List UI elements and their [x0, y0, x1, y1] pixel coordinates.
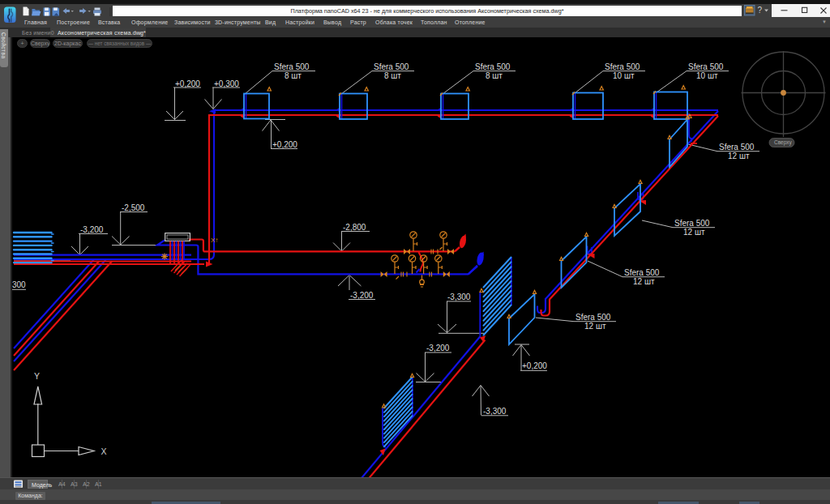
- svg-text:8 шт: 8 шт: [486, 71, 503, 80]
- svg-text:Y: Y: [34, 371, 40, 381]
- svg-text:-2,500: -2,500: [122, 203, 145, 212]
- svg-text:-2,800: -2,800: [343, 223, 366, 232]
- svg-text:Sfera 500: Sfera 500: [274, 62, 310, 71]
- svg-text:Sfera 500: Sfera 500: [475, 62, 511, 71]
- svg-text:-3,200: -3,200: [426, 344, 450, 352]
- svg-text:Sfera 500: Sfera 500: [374, 62, 409, 71]
- svg-text:12 шт: 12 шт: [633, 277, 655, 286]
- svg-text:10 шт: 10 шт: [613, 71, 635, 80]
- svg-text:Sfera 500: Sfera 500: [674, 219, 710, 228]
- svg-text:-3,300: -3,300: [483, 407, 507, 416]
- svg-text:12 шт: 12 шт: [683, 228, 705, 237]
- svg-text:8 шт: 8 шт: [384, 71, 401, 80]
- svg-text:X: X: [101, 446, 107, 456]
- svg-text:-3,200: -3,200: [350, 291, 374, 300]
- svg-text:?: ?: [758, 6, 763, 15]
- svg-text:Sfera 500: Sfera 500: [719, 143, 755, 152]
- svg-text:12 шт: 12 шт: [584, 322, 606, 331]
- svg-text:Sfera 500: Sfera 500: [605, 62, 640, 71]
- svg-text:+0,300: +0,300: [214, 79, 239, 88]
- svg-text:-3,300: -3,300: [447, 293, 471, 301]
- svg-text:300: 300: [12, 280, 26, 289]
- svg-text:Сверху: Сверху: [774, 139, 792, 146]
- svg-text:+0,200: +0,200: [175, 79, 200, 88]
- svg-text:10 шт: 10 шт: [696, 71, 718, 80]
- svg-text:Sfera 500: Sfera 500: [575, 313, 611, 322]
- svg-text:12 шт: 12 шт: [728, 152, 750, 160]
- svg-text:8 шт: 8 шт: [285, 71, 302, 80]
- svg-text:+0,200: +0,200: [522, 361, 547, 370]
- svg-text:-3,200: -3,200: [80, 225, 104, 234]
- svg-text:+0,200: +0,200: [272, 140, 297, 149]
- svg-text:Sfera 500: Sfera 500: [624, 268, 660, 277]
- svg-text:Х↑: Х↑: [211, 237, 218, 244]
- svg-text:Sfera 500: Sfera 500: [688, 62, 724, 71]
